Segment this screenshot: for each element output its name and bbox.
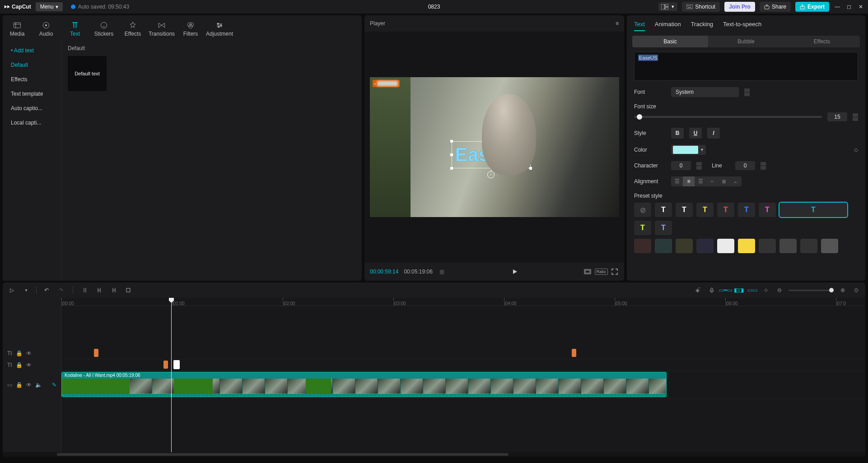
default-text-thumb[interactable]: Default text [68, 56, 107, 91]
view-grid-icon[interactable]: ▦ [438, 268, 446, 276]
ratio-button[interactable]: Ratio [597, 268, 605, 276]
rotate-handle[interactable]: ⟲ [487, 171, 495, 178]
snap-main-track[interactable]: ▭━▭ [721, 286, 730, 295]
play-button[interactable] [511, 268, 519, 276]
inspector-tab-tracking[interactable]: Tracking [691, 21, 713, 31]
line-stepper[interactable] [761, 162, 766, 170]
pointer-tool[interactable]: ▷ [7, 286, 16, 295]
join-pro-button[interactable]: Join Pro [724, 2, 755, 12]
preset-style[interactable] [696, 239, 714, 253]
sidebar-item-text-template[interactable]: Text template [6, 88, 57, 100]
underline-button[interactable]: U [689, 128, 702, 139]
undo-button[interactable]: ↶ [42, 286, 51, 295]
text-clip-selected[interactable] [173, 360, 180, 369]
preset-style[interactable] [655, 239, 672, 253]
zoom-in[interactable]: ⊕ [838, 286, 847, 295]
eye-icon[interactable]: 👁 [26, 382, 32, 388]
align-v-bot[interactable]: ⫠ [730, 176, 742, 186]
italic-button[interactable]: I [707, 128, 720, 139]
inspector-tab-tts[interactable]: Text-to-speech [723, 21, 761, 31]
inspector-tab-animation[interactable]: Animation [655, 21, 681, 31]
player-more-icon[interactable]: ≡ [616, 20, 619, 27]
fontsize-stepper[interactable] [853, 113, 858, 121]
sidebar-item-default[interactable]: Default [6, 59, 57, 71]
text-track-head-1[interactable]: TI 🔒 👁 [3, 347, 61, 359]
split-tool[interactable] [80, 286, 89, 295]
subtab-bubble[interactable]: Bubble [708, 36, 784, 47]
player-viewport[interactable]: ‹ EaseUS ⟲ [364, 32, 624, 263]
fontsize-slider[interactable] [634, 116, 822, 118]
fontsize-value[interactable]: 15 [827, 112, 847, 121]
preset-style[interactable]: T [676, 203, 693, 217]
video-track-head[interactable]: ▭ 🔒 👁 🔈 ✎ [3, 371, 61, 399]
sidebar-item-auto-captions[interactable]: Auto captio... [6, 102, 57, 115]
font-select[interactable]: System [671, 87, 739, 97]
snap-toggle[interactable]: ◧◨ [734, 286, 743, 295]
tab-stickers[interactable]: Stickers [89, 18, 118, 41]
text-track-1[interactable] [61, 347, 865, 359]
zoom-fit[interactable]: ⊙ [852, 286, 861, 295]
resize-handle-mr[interactable] [529, 153, 532, 156]
tab-audio[interactable]: Audio [32, 18, 61, 41]
tab-filters[interactable]: Filters [176, 18, 205, 41]
preset-style[interactable]: T [779, 203, 847, 217]
preset-style[interactable] [759, 239, 776, 253]
preset-style[interactable]: T [634, 221, 651, 235]
pointer-dropdown[interactable]: ▼ [22, 286, 31, 295]
bold-button[interactable]: B [671, 128, 684, 139]
zoom-out[interactable]: ⊖ [775, 286, 784, 295]
subtab-effects[interactable]: Effects [784, 36, 860, 47]
trim-left-tool[interactable] [95, 286, 104, 295]
resize-handle-tr[interactable] [529, 140, 532, 143]
preset-style[interactable] [676, 239, 693, 253]
video-track[interactable]: Kodaline - All I Want.mp4 00:05:19:06 [61, 371, 865, 399]
minimize-button[interactable]: — [834, 3, 841, 10]
preset-style[interactable] [738, 239, 755, 253]
mute-icon[interactable]: 🔈 [35, 382, 42, 388]
align-left[interactable]: ☰ [671, 176, 683, 186]
zoom-slider[interactable] [789, 290, 834, 291]
trim-right-tool[interactable] [109, 286, 118, 295]
text-clip[interactable] [163, 361, 168, 369]
align-v-top[interactable]: ⫟ [706, 176, 718, 186]
sidebar-item-add-text[interactable]: • Add text [6, 44, 57, 57]
export-button[interactable]: Export [795, 2, 829, 12]
tab-text[interactable]: Text [61, 18, 89, 41]
preset-style[interactable] [821, 239, 838, 253]
preset-style[interactable] [779, 239, 797, 253]
tab-effects[interactable]: Effects [118, 18, 147, 41]
shortcut-button[interactable]: Shortcut [682, 2, 720, 12]
preset-style[interactable] [717, 239, 734, 253]
close-button[interactable]: ✕ [857, 3, 864, 10]
layout-button[interactable]: ▼ [658, 2, 677, 11]
preset-style[interactable]: T [738, 203, 755, 217]
text-overlay[interactable]: EaseUS ⟲ [453, 143, 529, 167]
tab-transitions[interactable]: Transitions [147, 18, 176, 41]
safe-zone-icon[interactable] [583, 268, 592, 276]
preset-style[interactable] [800, 239, 817, 253]
preset-style[interactable]: T [759, 203, 776, 217]
preset-style[interactable]: T [696, 203, 714, 217]
lock-icon[interactable]: 🔒 [16, 350, 23, 357]
video-clip[interactable]: Kodaline - All I Want.mp4 00:05:19:06 [61, 372, 667, 397]
color-keyframe-icon[interactable]: ◇ [854, 147, 858, 153]
color-picker[interactable]: ▼ [671, 145, 706, 155]
menu-button[interactable]: Menu ▾ [36, 2, 63, 11]
text-clip[interactable] [572, 349, 576, 357]
tab-media[interactable]: Media [3, 18, 32, 41]
sidebar-item-local-captions[interactable]: Local capti... [6, 116, 57, 129]
playhead[interactable] [171, 298, 172, 452]
timeline-canvas[interactable]: |00:00|01:00|02:00|03:00|04:00|05:00|06:… [61, 298, 865, 452]
text-track-head-2[interactable]: TI 🔒 👁 [3, 359, 61, 371]
font-stepper[interactable] [744, 88, 750, 96]
character-value[interactable]: 0 [671, 161, 691, 170]
preset-style[interactable]: T [717, 203, 734, 217]
resize-handle-ml[interactable] [450, 153, 453, 156]
preview-axis[interactable]: ⊹ [761, 286, 770, 295]
text-content-input[interactable]: EaseUS [634, 52, 858, 81]
subtab-basic[interactable]: Basic [632, 36, 708, 47]
eye-icon[interactable]: 👁 [26, 362, 32, 368]
edit-icon[interactable]: ✎ [52, 382, 56, 388]
inspector-tab-text[interactable]: Text [634, 21, 645, 31]
preset-style[interactable]: ⊘ [634, 203, 651, 217]
